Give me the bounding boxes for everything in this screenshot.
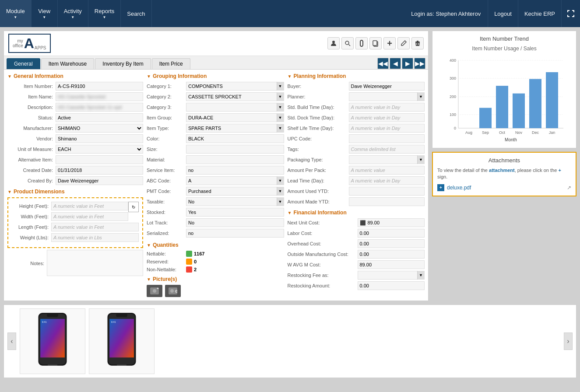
strip-next-button[interactable]: › <box>564 332 573 350</box>
fullscreen-button[interactable] <box>561 0 580 27</box>
external-link-button[interactable]: ↗ <box>567 185 571 191</box>
cat2-row: Category 2: CASSETTE SPROCKET ▼ <box>147 92 284 101</box>
cat2-select[interactable]: CASSETTE SPROCKET ▼ <box>186 92 284 101</box>
tab-item-price[interactable]: Item Price <box>152 58 190 69</box>
nettable-row: Nettable: 1167 <box>147 251 284 257</box>
material-row: Material: <box>147 155 284 164</box>
image-strip: ‹ 9 <box>4 304 576 378</box>
next-record-button[interactable]: ▶ <box>402 58 413 69</box>
image-thumb-1: 9:41 <box>20 308 85 374</box>
height-input[interactable]: A numeric value in Feet <box>51 202 128 210</box>
record-navigation: ◀◀ ◀ ▶ ▶▶ <box>377 58 425 69</box>
tab-inventory-by-item[interactable]: Inventory By Item <box>95 58 151 69</box>
prev-record-button[interactable]: ◀ <box>390 58 401 69</box>
width-row: Width (Feet): A numeric value in Feet <box>12 212 128 221</box>
tab-general[interactable]: General <box>7 58 40 69</box>
refresh-icon[interactable]: ↻ <box>128 202 139 212</box>
amount-used-row: Amount Used YTD: <box>288 187 425 196</box>
chart-title: Item Number Trend <box>437 35 572 42</box>
picture-settings-button[interactable]: ⚙ <box>165 285 181 297</box>
dimensions-box: ↻ Height (Feet): A numeric value in Feet… <box>7 197 143 248</box>
attachments-panel: Attachments To view the detail of the at… <box>432 152 576 196</box>
packaging-select[interactable]: ▼ <box>349 155 425 164</box>
copy-icon[interactable] <box>369 37 382 49</box>
strip-prev-button[interactable]: ‹ <box>7 332 16 350</box>
svg-text:Aug: Aug <box>465 130 472 135</box>
reserved-value: 0 <box>194 259 197 264</box>
amount-made-value <box>349 197 425 206</box>
svg-rect-4 <box>373 41 377 46</box>
add-icon[interactable]: + <box>383 37 396 49</box>
planner-select[interactable]: ▼ <box>349 92 425 101</box>
pictures-section: ▼ Picture(s) + <box>147 276 284 297</box>
phone-image-1: 9:41 <box>35 313 70 370</box>
image-list: 9:41 <box>20 308 560 374</box>
lead-time-value[interactable]: A numeric value in Day <box>349 176 425 185</box>
tags-value[interactable]: Comma delimited list <box>349 145 425 154</box>
service-value: no <box>186 166 284 175</box>
module-menu[interactable]: Module ▼ <box>0 0 32 27</box>
external-link-icon[interactable]: ⬛ <box>360 220 366 226</box>
search-menu[interactable]: Search <box>121 0 151 27</box>
pmt-select[interactable]: Purchased ▼ <box>186 187 284 196</box>
delete-icon[interactable] <box>411 37 424 49</box>
notes-input[interactable] <box>47 250 143 276</box>
status-row: Status: Active <box>7 113 143 122</box>
buyer-value: Dave Weizenegger <box>349 82 425 91</box>
chart-panel: Item Number Trend Item Number Usage / Sa… <box>432 31 576 148</box>
view-menu[interactable]: View ▼ <box>32 0 58 27</box>
manufacturer-select[interactable]: SHIMANO <box>56 124 143 133</box>
tags-row: Tags: Comma delimited list <box>288 145 425 154</box>
amount-pack-value[interactable]: A numeric value <box>349 166 425 175</box>
serialized-row: Serialized: no <box>147 229 284 238</box>
edit-icon[interactable] <box>397 37 410 49</box>
svg-rect-43 <box>48 365 57 366</box>
abc-select[interactable]: A ▼ <box>186 176 284 185</box>
product-dimensions-title: ▼ Product Dimensions <box>7 189 143 195</box>
item-group-select[interactable]: DURA-ACE ▼ <box>186 113 284 122</box>
last-record-button[interactable]: ▶▶ <box>414 58 425 69</box>
std-dock-value[interactable]: A numeric value in Day <box>349 113 425 122</box>
first-record-button[interactable]: ◀◀ <box>377 58 389 69</box>
item-type-select[interactable]: SPARE PARTS ▼ <box>186 124 284 133</box>
module-arrow-icon: ▼ <box>14 15 17 19</box>
std-build-value[interactable]: A numeric value in Day <box>349 103 425 112</box>
attach-icon[interactable] <box>355 37 368 49</box>
person-icon[interactable] <box>327 37 340 49</box>
logout-button[interactable]: Logout <box>488 0 518 27</box>
reports-arrow-icon: ▼ <box>103 15 106 19</box>
svg-text:⚙: ⚙ <box>175 289 177 294</box>
add-picture-button[interactable]: + <box>147 285 162 297</box>
length-input[interactable]: A numeric value in Feet <box>51 223 139 231</box>
notes-row: Notes: <box>7 250 143 276</box>
weight-input[interactable]: A numeric value in Lbs <box>51 233 139 242</box>
restocking-fee-select[interactable]: ▼ <box>358 271 425 280</box>
activity-menu[interactable]: Activity ▼ <box>58 0 88 27</box>
svg-text:300: 300 <box>450 76 456 80</box>
buyer-row: Buyer: Dave Weizenegger <box>288 82 425 91</box>
search-icon[interactable] <box>341 37 354 49</box>
svg-text:9:41: 9:41 <box>42 321 47 323</box>
overhead-cost-value: 0.00 <box>358 239 425 248</box>
size-row: Size: <box>147 145 284 154</box>
shelf-life-row: Shelf Life Time (Day): A numeric value i… <box>288 124 425 133</box>
width-input[interactable]: A numeric value in Feet <box>51 212 128 221</box>
svg-text:400: 400 <box>450 58 456 63</box>
upc-row: UPC Code: <box>288 134 425 143</box>
taxable-select[interactable]: No ▼ <box>186 197 284 206</box>
nonnettable-row: Non-Nettable: 2 <box>147 266 284 273</box>
reserved-dot <box>186 259 192 265</box>
cat3-select[interactable]: ▼ <box>186 103 284 112</box>
service-row: Service Item: no <box>147 166 284 175</box>
shelf-life-value[interactable]: A numeric value in Day <box>349 124 425 133</box>
reports-menu[interactable]: Reports ▼ <box>88 0 121 27</box>
uom-select[interactable]: EACH <box>56 145 143 154</box>
quantities-section: ▼ Quantities Nettable: 1167 Reserved: 0 … <box>147 242 284 273</box>
svg-rect-26 <box>496 86 508 128</box>
cat1-select[interactable]: COMPONENTS ▼ <box>186 82 284 91</box>
brand-label: Kechie ERP <box>518 0 561 27</box>
tab-item-warehouse[interactable]: Item Warehouse <box>41 58 95 69</box>
status-value: Active <box>56 113 143 122</box>
attachment-file-row[interactable]: + deluxe.pdf ↗ <box>437 184 571 191</box>
toolbar: + <box>327 37 424 49</box>
